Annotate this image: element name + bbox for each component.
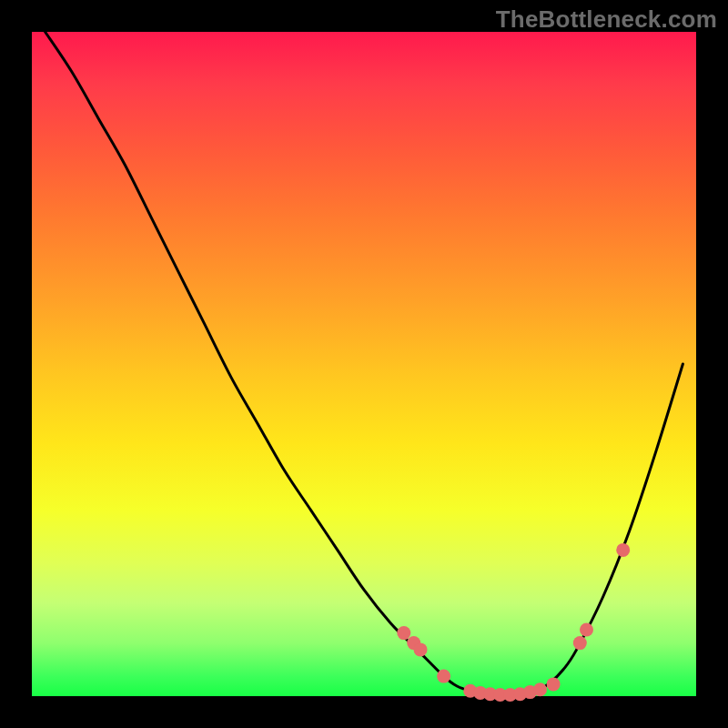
data-marker xyxy=(437,670,450,683)
data-marker xyxy=(573,636,587,650)
plot-area xyxy=(32,32,696,696)
curve-svg xyxy=(32,32,696,696)
data-marker xyxy=(533,682,547,696)
marker-group xyxy=(397,543,630,702)
data-marker xyxy=(580,623,593,637)
data-marker xyxy=(616,543,630,557)
chart-frame: TheBottleneck.com xyxy=(0,0,728,728)
data-marker xyxy=(547,677,561,691)
watermark-text: TheBottleneck.com xyxy=(496,5,717,34)
bottleneck-curve xyxy=(46,32,683,695)
data-marker xyxy=(397,626,410,640)
data-marker xyxy=(414,642,428,656)
